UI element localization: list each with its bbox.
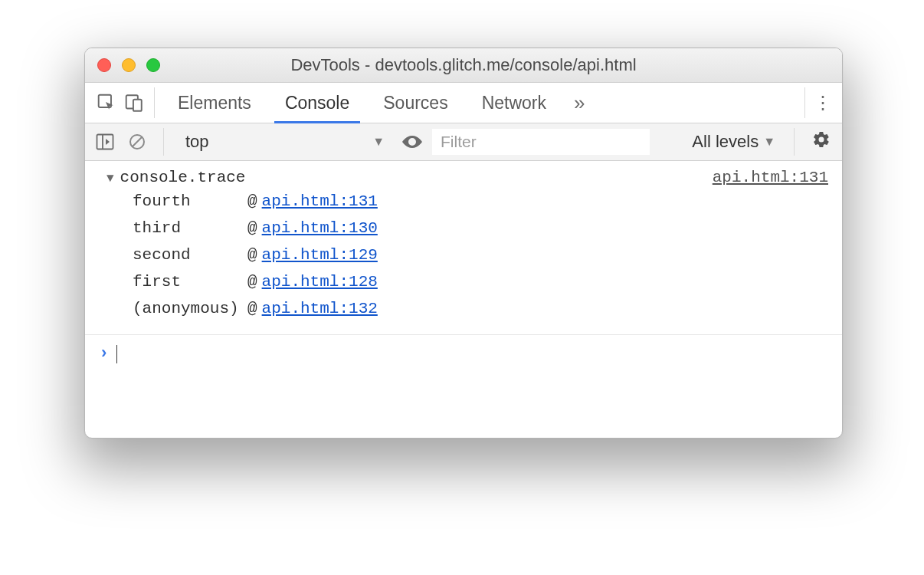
- tab-label: Console: [285, 93, 349, 113]
- tab-elements[interactable]: Elements: [161, 83, 268, 123]
- stack-frame: third @ api.html:130: [133, 215, 828, 242]
- panel-tabs: Elements Console Sources Network: [161, 83, 563, 123]
- frame-function: fourth: [133, 192, 247, 210]
- frame-source-link[interactable]: api.html:128: [262, 273, 378, 291]
- chevron-down-icon: ▼: [372, 135, 385, 149]
- levels-label: All levels: [692, 132, 759, 152]
- svg-point-8: [410, 140, 414, 143]
- execution-context-selector[interactable]: top ▼: [178, 129, 392, 155]
- devtools-window: DevTools - devtools.glitch.me/console/ap…: [84, 48, 843, 439]
- console-settings-icon[interactable]: [808, 130, 834, 153]
- frame-function: first: [133, 273, 247, 291]
- stack-frame: first @ api.html:128: [133, 268, 828, 295]
- svg-line-7: [133, 137, 142, 146]
- titlebar: DevTools - devtools.glitch.me/console/ap…: [85, 48, 842, 83]
- divider: [804, 87, 805, 118]
- divider: [163, 128, 164, 156]
- log-levels-selector[interactable]: All levels ▼: [687, 132, 780, 152]
- frame-function: third: [133, 219, 247, 237]
- clear-console-icon[interactable]: [125, 130, 149, 154]
- filter-input[interactable]: [432, 129, 650, 155]
- tab-sources[interactable]: Sources: [366, 83, 464, 123]
- close-window-button[interactable]: [97, 58, 111, 72]
- console-output: ▼ console.trace api.html:131 fourth @ ap…: [85, 161, 842, 438]
- frame-source-link[interactable]: api.html:130: [262, 219, 378, 237]
- device-toolbar-icon[interactable]: [120, 89, 148, 117]
- svg-marker-5: [106, 139, 110, 145]
- traffic-lights: [97, 58, 160, 72]
- trace-label: console.trace: [120, 169, 246, 186]
- panel-tabs-bar: Elements Console Sources Network » ⋮: [85, 83, 842, 123]
- stack-frame: fourth @ api.html:131: [133, 188, 828, 215]
- window-title: DevTools - devtools.glitch.me/console/ap…: [85, 55, 842, 75]
- tab-console[interactable]: Console: [268, 83, 366, 123]
- stack-frames: fourth @ api.html:131 third @ api.html:1…: [85, 188, 842, 327]
- at-glyph: @: [247, 273, 257, 291]
- frame-source-link[interactable]: api.html:132: [262, 300, 378, 317]
- divider: [794, 128, 795, 156]
- at-glyph: @: [247, 192, 257, 210]
- frame-function: second: [133, 246, 247, 264]
- at-glyph: @: [247, 300, 257, 317]
- live-expression-icon[interactable]: [400, 130, 424, 154]
- svg-rect-3: [97, 135, 113, 150]
- trace-header-row[interactable]: ▼ console.trace api.html:131: [85, 166, 842, 188]
- chevron-down-icon: ▼: [763, 135, 775, 149]
- inspect-element-icon[interactable]: [93, 89, 120, 117]
- text-cursor: [116, 345, 117, 363]
- tabs-overflow-button[interactable]: »: [563, 91, 595, 115]
- zoom-window-button[interactable]: [146, 58, 160, 72]
- at-glyph: @: [247, 219, 257, 237]
- console-prompt[interactable]: ›: [85, 335, 842, 373]
- prompt-chevron-icon: ›: [99, 344, 109, 363]
- context-label: top: [185, 132, 209, 152]
- devtools-menu-button[interactable]: ⋮: [811, 92, 834, 113]
- svg-rect-2: [133, 100, 142, 111]
- tab-label: Sources: [383, 93, 447, 113]
- tab-label: Elements: [178, 93, 251, 113]
- frame-function: (anonymous): [133, 300, 247, 317]
- divider: [154, 87, 155, 118]
- stack-frame: (anonymous) @ api.html:132: [133, 295, 828, 322]
- at-glyph: @: [247, 246, 257, 264]
- frame-source-link[interactable]: api.html:131: [262, 192, 378, 210]
- frame-source-link[interactable]: api.html:129: [262, 246, 378, 264]
- minimize-window-button[interactable]: [122, 58, 136, 72]
- tab-network[interactable]: Network: [465, 83, 563, 123]
- console-toolbar: top ▼ All levels ▼: [85, 123, 842, 161]
- tab-label: Network: [482, 93, 546, 113]
- toggle-console-sidebar-icon[interactable]: [93, 130, 117, 154]
- stack-frame: second @ api.html:129: [133, 242, 828, 268]
- disclosure-triangle-down-icon[interactable]: ▼: [106, 172, 114, 186]
- source-link[interactable]: api.html:131: [713, 169, 828, 186]
